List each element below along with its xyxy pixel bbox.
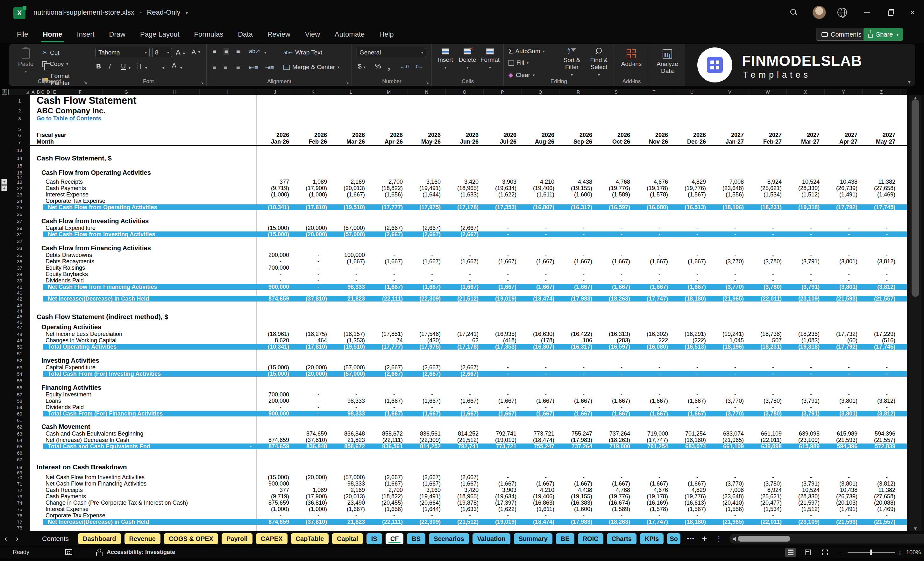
copy-button[interactable]: Copy▾ — [42, 60, 68, 68]
cell-value[interactable]: (1,534) — [749, 506, 787, 512]
cell-value[interactable]: (18,961) — [256, 331, 294, 337]
maximize-button[interactable] — [884, 7, 897, 18]
cell-value[interactable]: - — [560, 271, 597, 278]
cell-value[interactable]: (21,593) — [825, 519, 862, 525]
cell-value[interactable]: 4,438 — [560, 487, 597, 493]
cell-value[interactable]: - — [522, 404, 560, 410]
cell-value[interactable]: Sep-26 — [560, 138, 597, 145]
cell-value[interactable]: (17,353) — [484, 344, 522, 350]
cell-value[interactable]: (3,791) — [787, 398, 825, 404]
row-number[interactable]: 13 — [9, 146, 30, 154]
cell-value[interactable]: - — [522, 231, 560, 237]
cell-value[interactable]: 98,333 — [332, 284, 370, 290]
sheet-tab-payroll[interactable]: Payroll — [221, 533, 253, 544]
cell-value[interactable]: (2,667) — [408, 474, 446, 480]
cell-value[interactable]: - — [484, 474, 522, 480]
cell-value[interactable]: - — [597, 391, 635, 398]
font-size-combo[interactable]: 8▾ — [152, 48, 172, 57]
row-number[interactable]: 5 — [9, 126, 30, 132]
column-header-r[interactable]: R — [560, 89, 597, 95]
cell-value[interactable]: (21,593) — [825, 437, 862, 443]
cell-value[interactable]: (2,667) — [370, 225, 408, 231]
cell-value[interactable]: - — [446, 404, 484, 410]
cell-value[interactable]: - — [256, 430, 294, 437]
cell-value[interactable]: - — [862, 231, 900, 237]
cell-value[interactable]: 701,254 — [635, 443, 673, 450]
sheet-tab-be[interactable]: BE — [556, 533, 575, 544]
cell-value[interactable]: (21,557) — [862, 296, 900, 302]
cell-value[interactable]: (1,667) — [408, 410, 446, 417]
sheet-tab-kpis[interactable]: KPIs — [640, 533, 664, 544]
cell-value[interactable]: - — [711, 265, 749, 271]
row-number[interactable]: 71 — [9, 480, 30, 487]
find-select-button[interactable]: Find & Select▾ — [586, 48, 612, 77]
cell-value[interactable]: - — [370, 278, 408, 284]
cell-value[interactable]: (9,719) — [256, 185, 294, 191]
cell-value[interactable]: Jan-26 — [256, 138, 294, 145]
cell-value[interactable]: (21,557) — [862, 519, 900, 525]
cell-value[interactable]: (1,667) — [597, 398, 635, 404]
cell-value[interactable]: (19,019) — [484, 296, 522, 302]
cell-value[interactable]: Aug-26 — [522, 138, 560, 145]
cell-value[interactable]: - — [673, 370, 711, 377]
column-header-m[interactable]: M — [370, 89, 408, 95]
accounting-format-icon[interactable]: $ ▾ — [358, 62, 366, 70]
cell-value[interactable]: 4,210 — [522, 178, 560, 185]
row-number[interactable]: 46 — [9, 321, 30, 324]
cell-value[interactable]: (20,410) — [711, 500, 749, 506]
cell-value[interactable]: (1,644) — [408, 191, 446, 198]
cell-value[interactable]: (18,157) — [332, 331, 370, 337]
cell-value[interactable]: (1,589) — [597, 191, 635, 198]
row-number[interactable]: 69 — [9, 471, 30, 474]
cell-value[interactable]: 2026 — [446, 132, 484, 138]
cell-value[interactable]: (17,900) — [294, 185, 332, 191]
cell-value[interactable]: (283) — [597, 337, 635, 344]
row-number[interactable]: 48 — [9, 331, 30, 337]
cell-value[interactable]: (17,397) — [484, 500, 522, 506]
cell-value[interactable]: 7,008 — [711, 487, 749, 493]
column-header-s[interactable]: S — [597, 89, 635, 95]
cell-value[interactable]: 98,333 — [332, 480, 370, 487]
cell-value[interactable]: - — [560, 404, 597, 410]
cell-value[interactable]: - — [825, 265, 862, 271]
cell-value[interactable]: (1,491) — [825, 506, 862, 512]
cell-value[interactable]: (19,491) — [408, 493, 446, 500]
cell-value[interactable]: (28,330) — [787, 493, 825, 500]
cell-value[interactable]: (19,406) — [522, 493, 560, 500]
cell-value[interactable]: (3,770) — [711, 410, 749, 417]
cell-value[interactable]: - — [522, 364, 560, 370]
cell-value[interactable]: - — [597, 278, 635, 284]
cell-value[interactable]: (19,019) — [484, 437, 522, 443]
cell-value[interactable]: - — [294, 404, 332, 410]
cell-value[interactable]: (1,556) — [711, 191, 749, 198]
cell-value[interactable]: (3,780) — [749, 410, 787, 417]
cell-value[interactable]: (1,667) — [635, 284, 673, 290]
row-number[interactable]: 51 — [9, 350, 30, 357]
cell-value[interactable]: (23,109) — [787, 519, 825, 525]
cell-value[interactable]: (57,000) — [332, 364, 370, 370]
cell-value[interactable]: (1,600) — [560, 506, 597, 512]
cell-value[interactable]: 8,620 — [256, 337, 294, 344]
tab-scroll-left-icon[interactable]: ‹ — [0, 534, 12, 543]
cell-value[interactable]: - — [711, 278, 749, 284]
cell-value[interactable]: - — [560, 278, 597, 284]
cell-value[interactable]: (1,000) — [256, 191, 294, 198]
row-number[interactable]: 31 — [9, 231, 30, 237]
sort-filter-button[interactable]: AZ Sort & Filter▾ — [559, 48, 585, 77]
cell-value[interactable]: - — [597, 265, 635, 271]
clipboard-dialog-launcher[interactable]: ↘ — [84, 80, 87, 85]
cell-value[interactable]: (16,807) — [522, 344, 560, 350]
macro-record-icon[interactable] — [65, 549, 72, 555]
cell-value[interactable]: 2026 — [560, 132, 597, 138]
cell-value[interactable]: 10,524 — [787, 487, 825, 493]
scroll-down-icon[interactable]: ▼ — [909, 526, 921, 531]
cell-value[interactable]: - — [332, 265, 370, 271]
cell-value[interactable]: 2027 — [711, 132, 749, 138]
cell-value[interactable]: - — [370, 265, 408, 271]
column-header-z[interactable]: Z — [862, 89, 900, 95]
cell-value[interactable]: - — [522, 474, 560, 480]
row-number[interactable]: 3 — [9, 115, 30, 122]
cell-value[interactable]: - — [597, 364, 635, 370]
row-number[interactable]: 62 — [9, 423, 30, 430]
cell-value[interactable]: - — [484, 278, 522, 284]
